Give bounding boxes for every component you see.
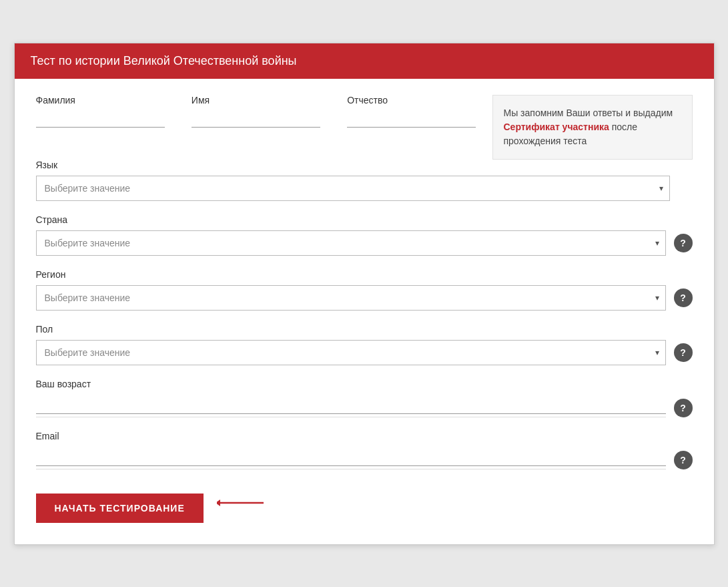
age-group: Ваш возраст ? [36, 379, 693, 417]
name-section: Фамилия Имя Отчество [36, 95, 476, 144]
email-input-wrapper [36, 447, 666, 469]
top-row: Фамилия Имя Отчество Мы запомним Ваши от… [36, 95, 693, 160]
first-name-field: Имя [192, 95, 320, 128]
submit-button[interactable]: НАЧАТЬ ТЕСТИРОВАНИЕ [36, 494, 204, 523]
arrow-icon [217, 495, 270, 511]
gender-row: Выберите значение ▾ ? [36, 340, 693, 365]
email-label: Email [36, 431, 693, 441]
email-input[interactable] [36, 447, 666, 466]
email-group: Email ? [36, 431, 693, 469]
country-row: Выберите значение ▾ ? [36, 230, 693, 256]
email-help-button[interactable]: ? [674, 451, 693, 469]
age-divider [36, 417, 666, 417]
email-divider [36, 469, 666, 469]
region-row: Выберите значение ▾ ? [36, 285, 693, 311]
info-link: Сертификат участника [504, 122, 609, 132]
form-content: Фамилия Имя Отчество Мы запомним Ваши от… [15, 79, 714, 544]
language-group: Язык Выберите значение ▾ [36, 160, 693, 201]
language-select[interactable]: Выберите значение [36, 176, 670, 201]
region-group: Регион Выберите значение ▾ ? [36, 269, 693, 311]
age-label: Ваш возраст [36, 379, 693, 389]
patronymic-field: Отчество [347, 95, 476, 128]
patronymic-input[interactable] [347, 111, 476, 128]
region-help-button[interactable]: ? [674, 288, 693, 307]
country-select[interactable]: Выберите значение [36, 230, 666, 256]
last-name-field: Фамилия [36, 95, 165, 128]
language-select-wrapper: Выберите значение ▾ [36, 176, 670, 201]
gender-select-wrapper: Выберите значение ▾ [36, 340, 666, 365]
gender-help-button[interactable]: ? [674, 343, 693, 362]
first-name-input[interactable] [192, 111, 320, 128]
gender-group: Пол Выберите значение ▾ ? [36, 324, 693, 365]
region-select[interactable]: Выберите значение [36, 285, 666, 311]
age-row: ? [36, 395, 693, 417]
language-row: Выберите значение ▾ [36, 176, 693, 201]
email-row: ? [36, 447, 693, 469]
last-name-label: Фамилия [36, 95, 165, 106]
patronymic-label: Отчество [347, 95, 476, 106]
age-input[interactable] [36, 395, 666, 414]
last-name-input[interactable] [36, 111, 165, 128]
gender-select[interactable]: Выберите значение [36, 340, 666, 365]
first-name-label: Имя [192, 95, 320, 106]
info-box: Мы запомним Ваши ответы и выдадим Сертиф… [492, 95, 693, 160]
age-input-wrapper [36, 395, 666, 417]
arrow-hint [217, 495, 270, 511]
country-label: Страна [36, 214, 693, 225]
page-header: Тест по истории Великой Отечественной во… [15, 43, 714, 79]
page-title: Тест по истории Великой Отечественной во… [31, 54, 297, 67]
region-label: Регион [36, 269, 693, 280]
name-row: Фамилия Имя Отчество [36, 95, 476, 128]
svg-marker-1 [217, 500, 220, 506]
region-select-wrapper: Выберите значение ▾ [36, 285, 666, 311]
language-label: Язык [36, 160, 693, 170]
submit-row: НАЧАТЬ ТЕСТИРОВАНИЕ [36, 483, 693, 523]
info-text-1: Мы запомним Ваши ответы и выдадим [504, 108, 673, 118]
page-container: Тест по истории Великой Отечественной во… [14, 43, 715, 545]
gender-label: Пол [36, 324, 693, 335]
country-help-button[interactable]: ? [674, 234, 693, 252]
age-help-button[interactable]: ? [674, 399, 693, 417]
country-group: Страна Выберите значение ▾ ? [36, 214, 693, 256]
country-select-wrapper: Выберите значение ▾ [36, 230, 666, 256]
